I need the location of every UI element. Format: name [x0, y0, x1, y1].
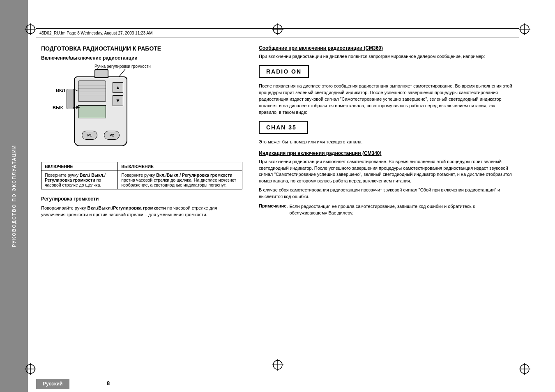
page-title: ПОДГОТОВКА РАДИОСТАНЦИИ К РАБОТЕ — [41, 45, 242, 52]
radio-up-button[interactable]: ▲ — [113, 82, 123, 93]
display-chan35: CHAN 35 — [259, 118, 514, 136]
radio-knob — [94, 69, 108, 78]
radio-screen — [78, 105, 106, 118]
right-column: Сообщение при включении радиостанции (СМ… — [259, 45, 514, 367]
crosshair-tr-icon — [519, 23, 530, 35]
column-divider — [254, 45, 254, 367]
crosshair-bottom-center-icon — [272, 359, 283, 371]
radio-body: ▲ ▼ P1 P2 — [74, 76, 127, 146]
sidebar-label: РУКОВОДСТВО ПО ЭКСПЛУАТАЦИИ — [12, 145, 16, 247]
footer-page: 8 — [107, 380, 110, 386]
table-cell-vkl-text: Поверните ручку Вкл./ Выкл./Регулировка … — [45, 173, 106, 187]
right-section2-text2: В случае сбоя самотестирования радиостан… — [259, 187, 514, 200]
footer: Русский 8 — [0, 368, 555, 392]
display-radio-on-box: RADIO ON — [259, 65, 309, 78]
table-cell-vyk: Поверните ручку Вкл./Выкл./ Регулировка … — [118, 171, 242, 189]
footer-lang: Русский — [36, 379, 69, 389]
right-section1-title: Сообщение при включении радиостанции (СМ… — [259, 45, 514, 51]
p2-button[interactable]: P2 — [104, 131, 120, 140]
crosshair-tl-icon — [25, 23, 36, 35]
radio-down-button[interactable]: ▼ — [113, 95, 123, 106]
radio-diagram: Ручка регулировки громкости ▲ ▼ — [41, 64, 173, 159]
note-label: Примечание. — [259, 203, 288, 217]
crosshair-top-center-icon — [272, 23, 283, 35]
table-cell-vkl: Поверните ручку Вкл./ Выкл./Регулировка … — [41, 171, 118, 189]
vkl-table: ВКЛЮЧЕНИЕ ВЫКЛЮЧЕНИЕ Поверните ручку Вкл… — [41, 162, 242, 189]
note-block: Примечание. Если радиостанция не прошла … — [259, 203, 514, 217]
vkl-arrow-icon — [53, 85, 78, 98]
table-header-vkl: ВКЛЮЧЕНИЕ — [41, 162, 118, 171]
sidebar: РУКОВОДСТВО ПО ЭКСПЛУАТАЦИИ — [0, 0, 28, 392]
file-header-text: 45D02_RU.fm Page 8 Wednesday, August 27,… — [39, 31, 152, 35]
right-section2-text1: При включении радиостанции выполняет сам… — [259, 159, 514, 185]
radio-speaker — [78, 81, 106, 102]
display-chan35-box: CHAN 35 — [259, 121, 308, 134]
display-radio-on: RADIO ON — [259, 62, 514, 81]
note-text: Если радиостанция не прошла самотестиров… — [289, 203, 514, 217]
table-header-vyk: ВЫКЛЮЧЕНИЕ — [118, 162, 242, 171]
svg-marker-17 — [76, 106, 80, 109]
section2-title: Регулировка громкости — [41, 196, 242, 202]
right-section1-text3: Это может быть номер или имя текущего ка… — [259, 139, 514, 145]
p1-button[interactable]: P1 — [82, 131, 97, 140]
radio-bottom-buttons: P1 P2 — [75, 131, 127, 140]
table-cell-vyk-text: Поверните ручку Вкл./Выкл./ Регулировка … — [121, 173, 236, 187]
section2-text: Поворачивайте ручку Вкл./Выкл./Регулиров… — [41, 205, 242, 218]
section1-title: Включение/выключение радиостанции — [41, 55, 242, 61]
left-column: ПОДГОТОВКА РАДИОСТАНЦИИ К РАБОТЕ Включен… — [41, 45, 242, 367]
vyk-arrow-icon — [51, 103, 80, 111]
svg-line-14 — [75, 90, 78, 94]
right-section2-title: Индикация при включении радиостанции (СМ… — [259, 150, 514, 156]
right-section1-text1: При включении радиостанции на дисплее по… — [259, 53, 514, 60]
right-section1-text2: После появления на дисплее этого сообщен… — [259, 83, 514, 116]
